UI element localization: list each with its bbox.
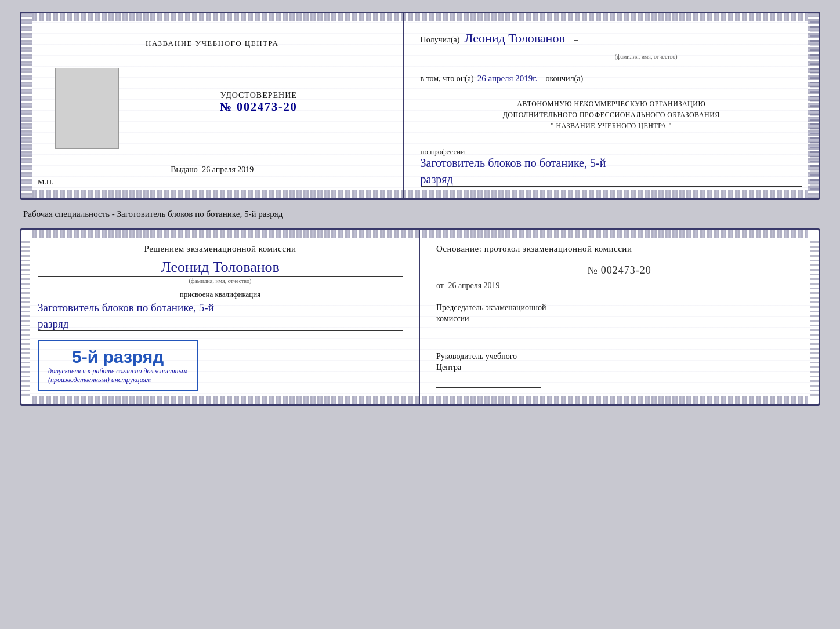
qualification-label: присвоена квалификация xyxy=(38,290,403,299)
bottom-document: Решением экзаменационной комиссии Леонид… xyxy=(20,228,820,406)
org-line1: АВТОНОМНУЮ НЕКОММЕРЧЕСКУЮ ОРГАНИЗАЦИЮ xyxy=(421,99,802,110)
issued-label: Выдано xyxy=(171,165,198,174)
director-line2: Центра xyxy=(436,362,802,373)
protocol-number: № 002473-20 xyxy=(436,264,802,277)
commission-title: Решением экзаменационной комиссии xyxy=(38,243,403,255)
person-name: Леонид Толованов xyxy=(38,259,403,277)
stamp-note1: допускается к работе согласно должностны… xyxy=(48,367,187,376)
name-caption: (фамилия, имя, отчество) xyxy=(38,278,403,284)
stamp-note2: (производственным) инструкциям xyxy=(48,376,187,384)
bottom-razryad-value: разряд xyxy=(38,318,403,331)
date-value: 26 апреля 2019г. xyxy=(477,74,538,83)
director-block: Руководитель учебного Центра xyxy=(436,351,802,388)
top-left-title: НАЗВАНИЕ УЧЕБНОГО ЦЕНТРА xyxy=(146,39,278,48)
issued-date: 26 апреля 2019 xyxy=(202,165,254,174)
recipient-prefix: Получил(а) xyxy=(421,35,460,45)
profession-label: по профессии xyxy=(421,147,465,156)
date-line: в том, что он(а) 26 апреля 2019г. окончи… xyxy=(421,74,802,83)
cert-label: УДОСТОВЕРЕНИЕ xyxy=(220,91,298,100)
top-doc-right: Получил(а) Леонид Толованов – (фамилия, … xyxy=(404,13,819,198)
recipient-name: Леонид Толованов xyxy=(462,31,567,46)
mp-label: М.П. xyxy=(38,177,53,187)
recipient-caption: (фамилия, имя, отчество) xyxy=(490,53,802,60)
org-line2: ДОПОЛНИТЕЛЬНОГО ПРОФЕССИОНАЛЬНОГО ОБРАЗО… xyxy=(421,110,802,121)
chairman-block: Председатель экзаменационной комиссии xyxy=(436,302,802,339)
bottom-doc-left: Решением экзаменационной комиссии Леонид… xyxy=(21,230,420,404)
stamp-box: 5-й разряд допускается к работе согласно… xyxy=(38,340,198,391)
from-date-value: 26 апреля 2019 xyxy=(448,281,499,290)
org-block: АВТОНОМНУЮ НЕКОММЕРЧЕСКУЮ ОРГАНИЗАЦИЮ ДО… xyxy=(421,99,802,132)
director-signature-line xyxy=(436,387,541,388)
cert-number: № 002473-20 xyxy=(220,100,298,114)
razryad-value: разряд xyxy=(421,173,802,187)
director-title: Руководитель учебного Центра xyxy=(436,351,802,373)
cert-number-section: УДОСТОВЕРЕНИЕ № 002473-20 xyxy=(220,91,298,114)
director-line1: Руководитель учебного xyxy=(436,351,802,362)
top-document: НАЗВАНИЕ УЧЕБНОГО ЦЕНТРА УДОСТОВЕРЕНИЕ №… xyxy=(20,12,820,200)
basis-label: Основание: протокол экзаменационной коми… xyxy=(436,243,802,255)
chairman-line1: Председатель экзаменационной xyxy=(436,302,802,314)
from-date: от 26 апреля 2019 xyxy=(436,281,802,290)
date-prefix: от xyxy=(436,281,444,290)
profession-block: по профессии Заготовитель блоков по бота… xyxy=(421,147,802,187)
chairman-signature-line xyxy=(436,339,541,339)
specialty-label: Рабочая специальность - Заготовитель бло… xyxy=(12,209,283,219)
stamp-grade: 5-й разряд xyxy=(48,347,187,367)
date-suffix: окончил(а) xyxy=(545,74,583,83)
org-line3: " НАЗВАНИЕ УЧЕБНОГО ЦЕНТРА " xyxy=(421,121,802,132)
qualification-value: Заготовитель блоков по ботанике, 5-й xyxy=(38,301,403,314)
profession-value: Заготовитель блоков по ботанике, 5-й xyxy=(421,157,802,170)
top-doc-left: НАЗВАНИЕ УЧЕБНОГО ЦЕНТРА УДОСТОВЕРЕНИЕ №… xyxy=(21,13,404,198)
photo-placeholder xyxy=(55,68,119,149)
recipient-line: Получил(а) Леонид Толованов – xyxy=(421,31,802,46)
date-prefix: в том, что он(а) xyxy=(421,74,474,83)
chairman-title: Председатель экзаменационной комиссии xyxy=(436,302,802,325)
chairman-line2: комиссии xyxy=(436,313,802,325)
bottom-doc-right: Основание: протокол экзаменационной коми… xyxy=(420,230,819,404)
issued-line: Выдано 26 апреля 2019 xyxy=(171,165,254,174)
